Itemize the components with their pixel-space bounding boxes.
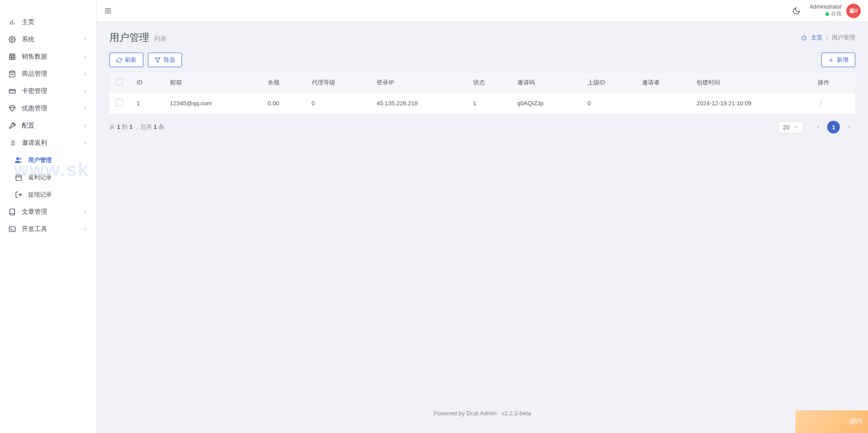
sidebar-item-label: 开发工具: [22, 225, 83, 233]
filter-icon: [155, 57, 161, 63]
row-actions-menu[interactable]: [818, 100, 849, 107]
cell: 0: [305, 93, 371, 114]
pagination-info: 从 1 到 1 ，总共 1 条: [109, 123, 164, 131]
svg-point-3: [11, 39, 13, 40]
sidebar-item-8[interactable]: 用户管理: [0, 152, 96, 169]
row-checkbox[interactable]: [116, 99, 123, 106]
card-icon: [8, 87, 16, 95]
shop-icon: [8, 70, 16, 78]
avatar: 鉴U: [846, 4, 861, 18]
breadcrumb-home[interactable]: 主页: [811, 34, 823, 42]
sidebar-item-label: 文章管理: [22, 208, 83, 216]
terminal-icon: [8, 225, 16, 233]
chevron-left-icon: [83, 89, 88, 94]
cell: 12345@qq.com: [164, 93, 261, 114]
sidebar-item-label: 卡密管理: [22, 87, 83, 95]
chevron-left-icon: [83, 71, 88, 77]
user-status-label: 在线: [831, 10, 842, 18]
cell: 2024-12-19 21:10:09: [690, 93, 811, 114]
user-menu[interactable]: Administrator 在线 鉴U: [809, 4, 861, 18]
breadcrumb: 主页 / 用户管理: [801, 34, 855, 42]
column-header-5: 登录IP: [370, 73, 466, 93]
sidebar-item-label: 配置: [22, 122, 83, 130]
pager-prev[interactable]: [812, 121, 824, 133]
sidebar-item-label: 返利记录: [28, 173, 88, 182]
column-header-10: 创建时间: [690, 73, 811, 93]
chevron-left-icon: [83, 226, 88, 232]
sidebar-item-7[interactable]: 邀请返利: [0, 134, 96, 152]
dashboard-icon: [801, 34, 807, 41]
column-header-2: 邮箱: [164, 73, 261, 93]
sidebar-item-label: 优惠管理: [22, 104, 83, 113]
diamond-icon: [8, 104, 16, 113]
column-header-9: 邀请者: [636, 73, 690, 93]
create-button[interactable]: 新增: [821, 53, 855, 67]
page-title: 用户管理: [109, 31, 149, 44]
chevron-left-icon: [83, 123, 88, 128]
refresh-icon: [116, 57, 122, 63]
column-header-7: 邀请码: [511, 73, 581, 93]
sidebar-item-3[interactable]: 商品管理: [0, 65, 96, 83]
sidebar: 主页系统销售数据商品管理卡密管理优惠管理配置邀请返利用户管理返利记录提现记录文章…: [0, 0, 97, 433]
breadcrumb-separator: /: [826, 34, 828, 41]
cell: [636, 93, 690, 114]
breadcrumb-current: 用户管理: [832, 34, 855, 42]
sidebar-item-4[interactable]: 卡密管理: [0, 83, 96, 100]
create-label: 新增: [837, 56, 848, 64]
filter-button[interactable]: 筛选: [148, 53, 182, 67]
footer-link[interactable]: Dcat Admin: [466, 410, 496, 417]
filter-label: 筛选: [163, 56, 175, 64]
column-header-4: 代理等级: [305, 73, 371, 93]
svg-rect-19: [16, 175, 21, 181]
column-header-8: 上级ID: [581, 73, 636, 93]
sidebar-item-2[interactable]: 销售数据: [0, 48, 96, 65]
chevron-left-icon: [83, 106, 88, 111]
refresh-label: 刷新: [125, 56, 137, 64]
sidebar-item-10[interactable]: 提现记录: [0, 186, 96, 203]
sidebar-item-label: 主页: [22, 18, 88, 26]
select-all-checkbox[interactable]: [116, 78, 123, 85]
sidebar-item-label: 系统: [22, 35, 83, 44]
pager-next[interactable]: [843, 121, 855, 133]
chevron-down-icon: [83, 140, 88, 146]
cell: q0AQIZJp: [511, 93, 581, 114]
column-header-11: 操作: [811, 73, 855, 93]
sidebar-item-label: 用户管理: [28, 156, 88, 164]
footer-version: v2.2.2-beta: [501, 410, 531, 417]
table-row: 112345@qq.com0.00045.135.228.2181q0AQIZJ…: [109, 93, 855, 114]
svg-rect-4: [10, 54, 15, 59]
sidebar-item-1[interactable]: 系统: [0, 31, 96, 48]
sidebar-item-6[interactable]: 配置: [0, 117, 96, 134]
page-subtitle: 列表: [154, 35, 167, 43]
refresh-button[interactable]: 刷新: [109, 53, 143, 67]
theme-toggle-icon[interactable]: [792, 7, 800, 15]
sidebar-item-12[interactable]: 开发工具: [0, 221, 96, 238]
svg-marker-30: [155, 58, 160, 62]
pager-page-1[interactable]: 1: [827, 121, 840, 133]
sidebar-item-label: 商品管理: [22, 70, 83, 78]
gear-icon: [8, 35, 16, 44]
chevron-left-icon: [83, 209, 88, 215]
corner-badge: 源码: [795, 410, 868, 433]
data-table: ID邮箱余额代理等级登录IP状态邀请码上级ID邀请者创建时间操作 112345@…: [109, 73, 855, 114]
cell: 0: [581, 93, 636, 114]
sidebar-item-5[interactable]: 优惠管理: [0, 100, 96, 117]
chevron-left-icon: [815, 124, 821, 130]
menu-toggle-icon[interactable]: [104, 7, 112, 15]
user-name: Administrator: [809, 4, 842, 10]
sidebar-item-0[interactable]: 主页: [0, 14, 96, 31]
sidebar-item-11[interactable]: 文章管理: [0, 203, 96, 221]
topbar: Administrator 在线 鉴U: [97, 0, 868, 22]
calendar-icon: [15, 173, 23, 182]
book-icon: [8, 208, 16, 216]
page-size-select[interactable]: 20: [778, 121, 804, 133]
cell: [109, 93, 130, 114]
svg-point-18: [16, 157, 19, 160]
sidebar-item-label: 销售数据: [22, 53, 83, 61]
chevron-left-icon: [83, 37, 88, 42]
sidebar-item-9[interactable]: 返利记录: [0, 169, 96, 186]
users-icon: [15, 156, 23, 164]
cell: 45.135.228.218: [370, 93, 466, 114]
status-dot-icon: [825, 12, 829, 16]
svg-point-33: [820, 101, 821, 102]
